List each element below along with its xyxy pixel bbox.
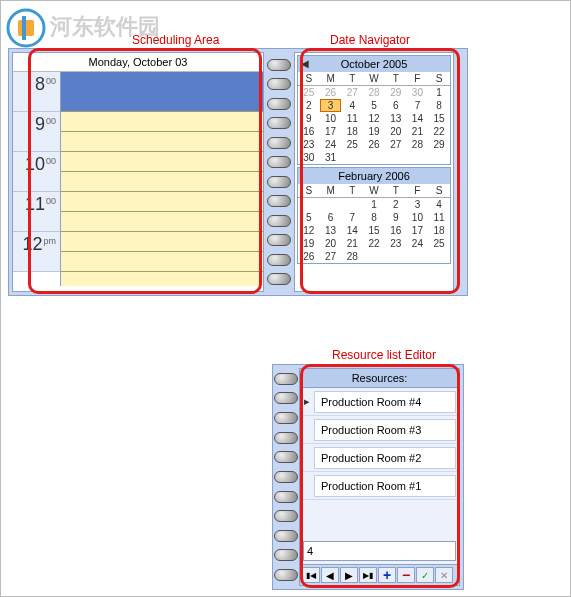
calendar-day[interactable]: 2 [298,99,320,112]
calendar-day[interactable]: 7 [341,211,363,224]
calendar-day[interactable]: 12 [363,112,385,125]
add-button[interactable]: + [378,567,396,583]
calendar-day[interactable]: 16 [385,224,407,237]
calendar-day[interactable]: 28 [341,250,363,263]
calendar-day[interactable] [385,250,407,263]
calendar-day[interactable]: 9 [298,112,320,125]
resource-row[interactable]: Production Room #2 [300,444,459,472]
calendar-day[interactable] [298,198,320,211]
calendar-day[interactable]: 9 [385,211,407,224]
calendar-day[interactable]: 4 [341,99,363,112]
calendar-day[interactable]: 1 [428,86,450,99]
appointment-column[interactable] [61,72,263,286]
calendar-day[interactable]: 8 [428,99,450,112]
resource-name[interactable]: Production Room #1 [314,475,456,497]
calendar-day[interactable] [428,250,450,263]
calendar-day[interactable]: 31 [320,151,342,164]
calendar-day[interactable]: 30 [298,151,320,164]
calendar-day[interactable]: 15 [428,112,450,125]
calendar-day[interactable]: 5 [298,211,320,224]
resource-name[interactable]: Production Room #3 [314,419,456,441]
calendar-day[interactable]: 26 [298,250,320,263]
calendar-day[interactable]: 22 [428,125,450,138]
calendar-day[interactable] [320,198,342,211]
calendar-day[interactable]: 17 [320,125,342,138]
calendar-day[interactable]: 1 [363,198,385,211]
calendar-day[interactable]: 24 [320,138,342,151]
calendar-day[interactable]: 10 [407,211,429,224]
calendar-day[interactable]: 13 [385,112,407,125]
calendar-day[interactable]: 22 [363,237,385,250]
calendar-day[interactable]: 10 [320,112,342,125]
nav-first-button[interactable]: ▮◀ [302,567,320,583]
resource-name[interactable]: Production Room #4 [314,391,456,413]
nav-next-button[interactable]: ▶ [340,567,358,583]
resource-row[interactable]: Production Room #3 [300,416,459,444]
calendar-day[interactable]: 19 [298,237,320,250]
cancel-button[interactable]: ✕ [435,567,453,583]
calendar-day[interactable]: 29 [428,138,450,151]
calendar-day[interactable]: 15 [363,224,385,237]
resource-row[interactable]: Production Room #1 [300,472,459,500]
resource-name[interactable]: Production Room #2 [314,447,456,469]
calendar-day[interactable]: 6 [320,211,342,224]
calendar-month: February 2006SMTWTFS12345678910111213141… [297,167,451,264]
calendar-day[interactable]: 3 [320,99,342,112]
appointment-slot-selected[interactable] [61,72,263,112]
calendar-day[interactable]: 3 [407,198,429,211]
calendar-day[interactable]: 25 [298,86,320,99]
calendar-day[interactable]: 23 [298,138,320,151]
calendar-day[interactable] [407,250,429,263]
calendar-day[interactable] [407,151,429,164]
calendar-day[interactable]: 19 [363,125,385,138]
calendar-day[interactable]: 11 [341,112,363,125]
calendar-day[interactable]: 25 [341,138,363,151]
nav-last-button[interactable]: ▶▮ [359,567,377,583]
calendar-day[interactable]: 18 [428,224,450,237]
calendar-day[interactable] [363,250,385,263]
calendar-day[interactable]: 11 [428,211,450,224]
calendar-day[interactable]: 4 [428,198,450,211]
nav-prev-button[interactable]: ◀ [321,567,339,583]
resource-row[interactable]: ▸Production Room #4 [300,388,459,416]
delete-button[interactable]: − [397,567,415,583]
calendar-day[interactable] [341,198,363,211]
calendar-day[interactable]: 7 [407,99,429,112]
calendar-day[interactable]: 16 [298,125,320,138]
calendar-day[interactable]: 18 [341,125,363,138]
calendar-day[interactable] [363,151,385,164]
calendar-day[interactable]: 26 [363,138,385,151]
calendar-day[interactable]: 23 [385,237,407,250]
calendar-day[interactable]: 5 [363,99,385,112]
calendar-day[interactable]: 28 [363,86,385,99]
resource-count-input[interactable] [303,541,456,561]
label-scheduling-area: Scheduling Area [132,33,219,47]
calendar-day[interactable] [341,151,363,164]
calendar-day[interactable]: 8 [363,211,385,224]
calendar-day[interactable]: 13 [320,224,342,237]
calendar-day[interactable]: 26 [320,86,342,99]
prev-month-icon[interactable]: ◀ [301,58,309,69]
confirm-button[interactable]: ✓ [416,567,434,583]
calendar-day[interactable]: 25 [428,237,450,250]
calendar-day[interactable]: 30 [407,86,429,99]
calendar-day[interactable]: 24 [407,237,429,250]
calendar-day[interactable]: 27 [320,250,342,263]
calendar-day[interactable]: 29 [385,86,407,99]
calendar-day[interactable]: 20 [320,237,342,250]
calendar-day[interactable]: 27 [385,138,407,151]
calendar-day[interactable]: 6 [385,99,407,112]
calendar-day[interactable]: 17 [407,224,429,237]
calendar-day[interactable]: 2 [385,198,407,211]
calendar-day[interactable]: 12 [298,224,320,237]
calendar-day[interactable]: 27 [341,86,363,99]
calendar-day[interactable]: 28 [407,138,429,151]
calendar-day[interactable]: 20 [385,125,407,138]
calendar-day[interactable] [428,151,450,164]
calendar-day[interactable]: 14 [341,224,363,237]
calendar-day[interactable]: 21 [341,237,363,250]
calendar-dow: S [298,72,320,86]
calendar-day[interactable] [385,151,407,164]
calendar-day[interactable]: 21 [407,125,429,138]
calendar-day[interactable]: 14 [407,112,429,125]
